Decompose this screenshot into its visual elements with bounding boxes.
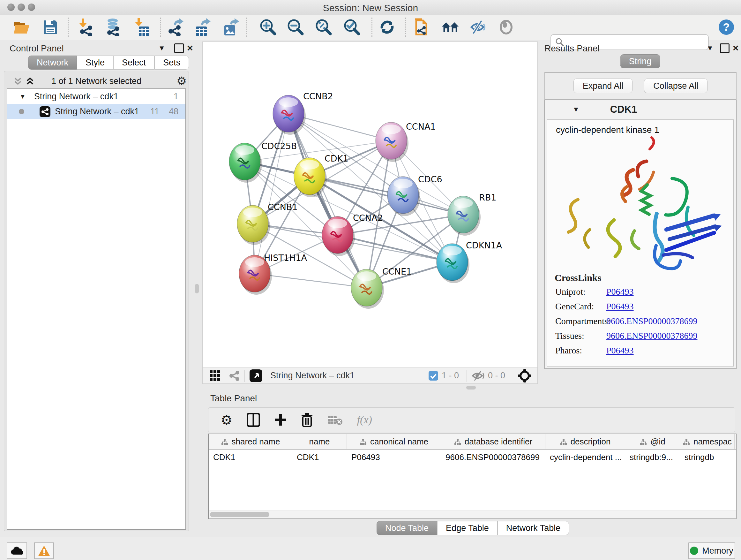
column-header-description[interactable]: description — [545, 434, 625, 449]
tab-style[interactable]: Style — [77, 56, 113, 70]
column-label: name — [309, 437, 330, 447]
crosslink-row: Pharos:P06493 — [547, 343, 733, 358]
cell-description[interactable]: cyclin-dependent ... — [545, 450, 625, 464]
column-header-shared-name[interactable]: shared name — [209, 434, 292, 449]
gene-name: CDK1 — [610, 104, 637, 115]
results-panel-maximize-icon[interactable] — [720, 44, 730, 53]
cell-canonical-name[interactable]: P06493 — [347, 450, 441, 464]
column-label: canonical name — [370, 437, 428, 447]
cell-database-identifier[interactable]: 9606.ENSP00000378699 — [441, 450, 545, 464]
zoom-in-icon[interactable] — [259, 18, 277, 36]
collapse-all-button[interactable]: Collapse All — [644, 78, 708, 93]
column-namespace-icon — [454, 438, 461, 446]
status-separator — [513, 370, 513, 382]
tab-node-table[interactable]: Node Table — [377, 521, 437, 535]
network-node-CDKN1A[interactable]: CDKN1A — [436, 240, 502, 283]
column-header-namespac[interactable]: namespac — [680, 434, 735, 449]
table-horizontal-scrollbar[interactable] — [209, 510, 736, 518]
column-header-@id[interactable]: @id — [625, 434, 680, 449]
crosslink-value-link[interactable]: P06493 — [606, 343, 634, 358]
left-splitter-handle[interactable] — [195, 284, 199, 294]
cell-shared-name[interactable]: CDK1 — [209, 450, 292, 464]
open-file-icon[interactable] — [13, 18, 30, 36]
import-network-from-database-icon[interactable] — [104, 18, 122, 36]
warning-button[interactable] — [34, 543, 54, 559]
control-panel: Control Panel ▼ × NetworkStyleSelectSets… — [3, 42, 190, 535]
column-header-canonical-name[interactable]: canonical name — [347, 434, 441, 449]
results-panel-float-icon[interactable]: ▼ — [706, 44, 714, 52]
gene-section-header[interactable]: ▼ CDK1 — [545, 100, 736, 119]
home-networks-icon[interactable] — [441, 18, 459, 36]
network-node-CCNB1[interactable]: CCNB1 — [237, 202, 298, 245]
open-in-window-icon[interactable] — [249, 369, 263, 382]
show-columns-icon[interactable] — [247, 413, 260, 427]
network-canvas[interactable]: CCNB2CCNA1CDC25BCDK1CDC6RB1CCNB1CCNA2CDK… — [203, 42, 537, 368]
network-options-gear-icon[interactable]: ⚙ — [177, 74, 187, 88]
control-panel-close-icon[interactable]: × — [187, 42, 193, 54]
network-edge-CCNB2-HIST1H1A[interactable] — [255, 114, 288, 273]
zoom-fit-icon[interactable] — [315, 18, 333, 36]
tab-string[interactable]: String — [620, 54, 660, 68]
save-session-icon[interactable] — [42, 18, 59, 36]
gene-collapse-arrow-icon[interactable]: ▼ — [572, 105, 580, 114]
export-image-icon[interactable] — [222, 18, 240, 36]
help-icon[interactable]: ? — [718, 18, 735, 36]
table-row[interactable]: CDK1CDK1P064939606.ENSP00000378699cyclin… — [209, 450, 736, 464]
control-panel-float-icon[interactable]: ▼ — [158, 44, 165, 52]
network-node-RB1[interactable]: RB1 — [448, 192, 496, 236]
import-network-from-file-icon[interactable] — [77, 18, 95, 36]
refresh-icon[interactable] — [378, 18, 396, 36]
network-node-HIST1H1A[interactable]: HIST1H1A — [239, 253, 307, 295]
control-panel-maximize-icon[interactable] — [174, 44, 184, 53]
network-view-panel: CCNB2CCNA1CDC25BCDK1CDC6RB1CCNB1CCNA2CDK… — [202, 42, 538, 384]
delete-column-trash-icon[interactable] — [301, 413, 313, 427]
export-table-icon[interactable] — [194, 18, 212, 36]
zoom-out-icon[interactable] — [286, 18, 305, 36]
cell-@id[interactable]: stringdb:9... — [625, 450, 680, 464]
share-network-icon[interactable] — [228, 370, 240, 381]
tab-network[interactable]: Network — [28, 56, 77, 70]
crosslink-value-link[interactable]: P06493 — [606, 299, 634, 314]
network-row-selected[interactable]: String Network – cdk1 11 48 — [7, 104, 185, 119]
memory-button[interactable]: Memory — [688, 543, 735, 559]
node-table: shared namenamecanonical namedatabase id… — [208, 434, 737, 519]
column-header-database-identifier[interactable]: database identifier — [441, 434, 545, 449]
function-builder-icon: f(x) — [357, 414, 372, 426]
expand-all-button[interactable]: Expand All — [574, 78, 633, 93]
tab-network-table[interactable]: Network Table — [497, 521, 569, 535]
collection-expand-arrow-icon[interactable]: ▼ — [19, 93, 26, 100]
network-collection-row[interactable]: ▼ String Network – cdk1 1 — [7, 89, 185, 104]
cloud-button[interactable] — [7, 543, 27, 559]
crosslink-value-link[interactable]: 9606.ENSP00000378699 — [606, 328, 697, 343]
tab-edge-table[interactable]: Edge Table — [437, 521, 497, 535]
table-panel: Table Panel ⚙ f(x) shared namenamecanoni… — [206, 392, 739, 535]
import-table-from-file-icon[interactable] — [133, 18, 151, 36]
node-label-HIST1H1A: HIST1H1A — [264, 253, 307, 263]
hide-unhide-icon[interactable] — [469, 18, 487, 36]
network-node-CCNE1[interactable]: CCNE1 — [351, 266, 412, 309]
table-options-gear-icon[interactable]: ⚙ — [220, 412, 232, 428]
results-panel-close-icon[interactable]: × — [733, 42, 739, 54]
column-header-name[interactable]: name — [292, 434, 347, 449]
tab-select[interactable]: Select — [113, 56, 154, 70]
crosslink-value-link[interactable]: P06493 — [606, 285, 634, 299]
network-label: String Network – cdk1 — [55, 107, 139, 117]
string-document-icon[interactable] — [413, 18, 431, 36]
cell-namespac[interactable]: stringdb — [680, 450, 735, 464]
tab-sets[interactable]: Sets — [154, 56, 189, 70]
zoom-selected-icon[interactable] — [343, 18, 361, 36]
scrollbar-thumb[interactable] — [210, 512, 269, 517]
network-node-CDC6[interactable]: CDC6 — [387, 174, 442, 216]
selected-checkbox-icon[interactable] — [428, 371, 439, 381]
create-column-plus-icon[interactable] — [274, 414, 287, 426]
crosslink-value-link[interactable]: 9606.ENSP00000378699 — [606, 314, 697, 328]
fit-content-crosshair-icon[interactable] — [518, 369, 532, 383]
birdseye-grid-icon[interactable] — [210, 370, 220, 381]
crosslink-row: Tissues:9606.ENSP00000378699 — [547, 328, 733, 343]
network-node-CDK1[interactable]: CDK1 — [294, 153, 348, 197]
network-type-icon — [40, 106, 51, 117]
network-node-CCNB2[interactable]: CCNB2 — [273, 91, 333, 135]
bottom-splitter-handle[interactable] — [466, 386, 476, 389]
export-network-icon[interactable] — [167, 18, 185, 36]
cell-name[interactable]: CDK1 — [292, 450, 347, 464]
